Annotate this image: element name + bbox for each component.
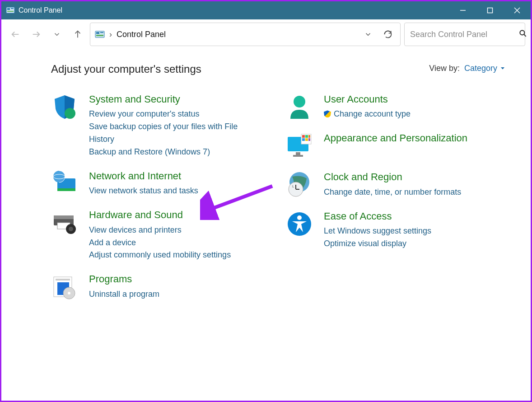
monitor-personalize-icon <box>286 132 313 159</box>
category-title-hardware-sound[interactable]: Hardware and Sound <box>89 209 231 221</box>
svg-line-16 <box>524 34 526 37</box>
search-icon[interactable] <box>518 29 527 40</box>
svg-point-34 <box>68 292 70 294</box>
search-box[interactable] <box>404 23 525 46</box>
svg-rect-44 <box>305 138 308 141</box>
control-panel-crumb-icon <box>95 30 105 38</box>
link-date-time-formats[interactable]: Change date, time, or number formats <box>324 186 461 199</box>
svg-rect-40 <box>302 135 305 138</box>
category-hardware-sound: Hardware and Sound View devices and prin… <box>51 209 259 262</box>
svg-rect-37 <box>296 152 300 155</box>
search-input[interactable] <box>410 30 515 39</box>
svg-point-15 <box>520 30 524 35</box>
close-button[interactable] <box>504 1 531 19</box>
svg-rect-2 <box>11 8 14 9</box>
link-backup-restore[interactable]: Backup and Restore (Windows 7) <box>89 146 259 159</box>
address-bar[interactable]: › Control Panel <box>90 23 401 46</box>
address-dropdown-button[interactable] <box>360 27 376 42</box>
svg-rect-0 <box>6 7 14 13</box>
link-mobility-settings[interactable]: Adjust commonly used mobility settings <box>89 249 231 262</box>
minimize-button[interactable] <box>449 1 476 19</box>
globe-network-icon <box>51 170 78 197</box>
link-add-device[interactable]: Add a device <box>89 237 231 249</box>
svg-rect-22 <box>57 188 75 191</box>
svg-rect-14 <box>96 35 103 36</box>
svg-rect-31 <box>56 279 70 280</box>
category-user-accounts: User Accounts Change account type <box>286 93 480 121</box>
category-title-network-internet[interactable]: Network and Internet <box>89 170 198 182</box>
view-by-value: Category <box>464 64 497 73</box>
svg-rect-26 <box>54 215 74 219</box>
category-system-security: System and Security Review your computer… <box>51 93 259 159</box>
recent-locations-button[interactable] <box>48 26 65 43</box>
category-title-programs[interactable]: Programs <box>89 273 159 285</box>
svg-text:L: L <box>292 184 294 188</box>
category-title-clock-region[interactable]: Clock and Region <box>324 171 461 183</box>
category-title-user-accounts[interactable]: User Accounts <box>324 93 411 105</box>
category-title-ease-of-access[interactable]: Ease of Access <box>324 210 431 222</box>
nav-forward-button[interactable] <box>28 26 45 43</box>
category-clock-region: L Clock and Region Change date, time, or… <box>286 171 480 198</box>
svg-point-52 <box>297 215 302 220</box>
programs-icon <box>51 273 78 300</box>
refresh-button[interactable] <box>380 27 396 42</box>
view-by-selector[interactable]: View by: Category <box>429 64 505 73</box>
svg-rect-5 <box>488 8 493 13</box>
link-change-account-type[interactable]: Change account type <box>324 108 411 121</box>
accessibility-icon <box>286 210 313 238</box>
svg-rect-43 <box>302 138 305 141</box>
link-optimize-display[interactable]: Optimize visual display <box>324 238 431 250</box>
breadcrumb-separator-icon: › <box>109 30 112 39</box>
svg-point-35 <box>294 96 305 108</box>
svg-rect-12 <box>96 32 99 34</box>
category-title-system-security[interactable]: System and Security <box>89 93 259 105</box>
printer-camera-icon <box>51 209 78 236</box>
category-network-internet: Network and Internet View network status… <box>51 170 259 197</box>
svg-marker-17 <box>501 67 504 70</box>
category-column-left: System and Security Review your computer… <box>51 93 259 313</box>
svg-rect-1 <box>7 8 10 10</box>
link-suggest-settings[interactable]: Let Windows suggest settings <box>324 225 431 238</box>
page-heading: Adjust your computer's settings <box>51 63 201 75</box>
svg-rect-45 <box>308 138 310 141</box>
category-programs: Programs Uninstall a program <box>51 273 259 300</box>
svg-point-29 <box>69 227 73 231</box>
link-devices-printers[interactable]: View devices and printers <box>89 224 231 237</box>
nav-up-button[interactable] <box>69 26 86 43</box>
link-file-history[interactable]: Save backup copies of your files with Fi… <box>89 121 259 146</box>
maximize-button[interactable] <box>476 1 504 19</box>
user-icon <box>286 93 313 121</box>
titlebar: Control Panel <box>1 1 531 19</box>
clock-globe-icon: L <box>286 171 313 198</box>
control-panel-app-icon <box>6 6 15 15</box>
shield-icon <box>51 93 78 121</box>
svg-rect-41 <box>305 135 308 138</box>
content-area: Adjust your computer's settings View by:… <box>1 49 531 313</box>
svg-rect-13 <box>100 32 103 33</box>
category-column-right: User Accounts Change account type Appear… <box>286 93 480 313</box>
nav-back-button[interactable] <box>7 26 24 43</box>
window-title: Control Panel <box>19 6 62 14</box>
view-by-label: View by: <box>429 64 460 73</box>
breadcrumb-control-panel[interactable]: Control Panel <box>117 30 166 39</box>
category-ease-of-access: Ease of Access Let Windows suggest setti… <box>286 210 480 250</box>
svg-rect-38 <box>293 155 303 157</box>
toolbar: › Control Panel <box>1 19 531 49</box>
category-title-appearance[interactable]: Appearance and Personalization <box>324 132 467 144</box>
link-review-status[interactable]: Review your computer's status <box>89 108 259 121</box>
chevron-down-icon <box>500 65 505 71</box>
svg-point-20 <box>65 108 75 119</box>
link-uninstall-program[interactable]: Uninstall a program <box>89 288 159 301</box>
svg-rect-42 <box>308 135 310 138</box>
category-appearance-personalization: Appearance and Personalization <box>286 132 480 159</box>
svg-rect-3 <box>7 11 14 12</box>
link-network-status[interactable]: View network status and tasks <box>89 185 198 197</box>
